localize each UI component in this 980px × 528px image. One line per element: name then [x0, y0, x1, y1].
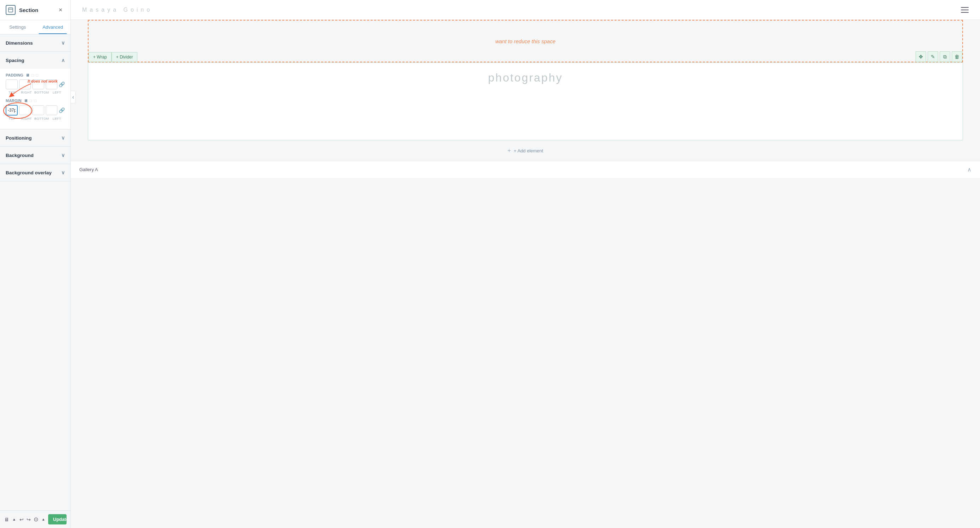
margin-desktop-icon: 🖥: [24, 99, 28, 103]
margin-inputs: 🔗: [6, 105, 65, 115]
dimensions-chevron: ∨: [61, 40, 65, 46]
padding-bottom-input[interactable]: [32, 80, 44, 89]
update-button[interactable]: Update ▲: [48, 514, 67, 525]
margin-left-input[interactable]: [46, 105, 58, 115]
background-section: Background ∨: [0, 147, 70, 164]
pad-top-label: TOP: [6, 91, 19, 94]
svg-rect-0: [8, 8, 13, 12]
collapse-sidebar-btn[interactable]: ‹: [71, 91, 76, 104]
spacing-label: Spacing: [6, 58, 24, 63]
padding-label: Padding 🖥 □ □: [6, 73, 65, 77]
photography-section: photography: [88, 62, 963, 140]
photography-section-wrapper: photography: [71, 62, 980, 140]
panel-title: Section: [19, 7, 38, 13]
padding-inputs: 🔗: [6, 80, 65, 89]
background-overlay-header[interactable]: Background overlay ∨: [0, 164, 70, 181]
padding-link-icon[interactable]: 🔗: [59, 81, 65, 87]
gallery-footer: Gallery A ∧: [71, 161, 980, 178]
copy-icon-btn[interactable]: ⧉: [940, 51, 950, 62]
margin-top-wrapper: [6, 105, 18, 115]
camera-btn[interactable]: ⊙: [33, 515, 39, 525]
divider-button[interactable]: + Divider: [111, 52, 138, 62]
wrap-button[interactable]: + Wrap: [89, 52, 111, 62]
margin-link-icon[interactable]: 🔗: [59, 107, 65, 113]
background-overlay-label: Background overlay: [6, 170, 52, 175]
positioning-chevron: ∨: [61, 135, 65, 141]
pad-icon2: □: [36, 73, 38, 77]
padding-input-labels: TOP RIGHT BOTTOM LEFT: [6, 91, 65, 94]
photography-text: photography: [488, 71, 563, 85]
padding-section: Padding 🖥 □ □ 🔗 TOP RIGHT BOTTOM LEFT: [6, 73, 65, 94]
section-toolbar-left: + Wrap + Divider: [89, 52, 137, 62]
padding-top-input[interactable]: [6, 80, 18, 89]
margin-icon2: □: [34, 99, 37, 103]
left-panel: Section × Settings Advanced Dimensions ∨…: [0, 0, 71, 528]
add-element-label: + Add element: [514, 148, 543, 153]
add-element-plus: +: [508, 147, 511, 154]
want-to-reduce-text: want to reduce this space: [495, 38, 555, 44]
redo-btn[interactable]: ↪: [26, 515, 32, 525]
margin-right-input[interactable]: [19, 105, 31, 115]
margin-left-label: LEFT: [50, 117, 64, 120]
pad-left-label: LEFT: [50, 91, 64, 94]
dashed-section: want to reduce this space + Wrap + Divid…: [88, 20, 963, 62]
camera-up-btn[interactable]: ▲: [41, 515, 46, 525]
panel-header-left: Section: [6, 5, 38, 15]
gallery-expand-icon[interactable]: ∧: [967, 166, 972, 173]
padding-left-input[interactable]: [46, 80, 58, 89]
drag-icon-btn[interactable]: ✥: [916, 51, 926, 62]
spacing-chevron: ∧: [61, 57, 65, 63]
desktop-icon: 🖥: [25, 73, 29, 77]
margin-bottom-label: BOTTOM: [34, 117, 49, 120]
background-overlay-chevron: ∨: [61, 170, 65, 175]
margin-input-labels: TOP RIGHT BOTTOM LEFT: [6, 117, 65, 120]
gallery-label: Gallery A: [79, 167, 98, 172]
panel-tabs: Settings Advanced: [0, 20, 70, 34]
dimensions-label: Dimensions: [6, 40, 33, 46]
margin-bottom-input[interactable]: [32, 105, 44, 115]
margin-label: Margin 🖥 □ □: [6, 99, 65, 103]
undo-btn[interactable]: ↩: [19, 515, 24, 525]
margin-icon1: □: [30, 99, 32, 103]
device-up-btn[interactable]: ▲: [12, 515, 17, 525]
padding-right-input[interactable]: [19, 80, 31, 89]
edit-icon-btn[interactable]: ✎: [928, 51, 938, 62]
add-element-bar[interactable]: + + Add element: [71, 140, 980, 161]
margin-top-label: TOP: [6, 117, 19, 120]
delete-icon-btn[interactable]: 🗑: [952, 51, 962, 62]
bottom-bar: 🖥 ▲ ↩ ↪ ⊙ ▲ Update ▲: [0, 510, 71, 528]
dashed-section-wrapper: want to reduce this space + Wrap + Divid…: [71, 20, 980, 62]
positioning-section: Positioning ∨: [0, 129, 70, 147]
positioning-label: Positioning: [6, 136, 32, 141]
hamburger-menu[interactable]: [961, 7, 969, 13]
site-name: Masaya Goino: [82, 7, 153, 13]
pad-right-label: RIGHT: [20, 91, 33, 94]
spacing-body: Padding 🖥 □ □ 🔗 TOP RIGHT BOTTOM LEFT: [0, 69, 70, 129]
positioning-header[interactable]: Positioning ∨: [0, 129, 70, 146]
top-nav: Masaya Goino: [71, 0, 980, 20]
margin-right-label: RIGHT: [20, 117, 33, 120]
canvas-body: ‹ want to reduce this space + Wrap + Div…: [71, 20, 980, 528]
pad-icon1: □: [32, 73, 34, 77]
spacing-section: Spacing ∧ Padding 🖥 □ □ 🔗: [0, 52, 70, 129]
background-header[interactable]: Background ∨: [0, 147, 70, 164]
pad-bottom-label: BOTTOM: [34, 91, 49, 94]
background-overlay-section: Background overlay ∨: [0, 164, 70, 182]
margin-top-input[interactable]: [6, 105, 18, 115]
background-label: Background: [6, 153, 33, 158]
dimensions-section: Dimensions ∨: [0, 34, 70, 52]
spacing-header[interactable]: Spacing ∧: [0, 52, 70, 69]
device-icon-btn[interactable]: 🖥: [4, 515, 10, 525]
section-toolbar-right: ✥ ✎ ⧉ 🗑: [916, 51, 962, 62]
close-button[interactable]: ×: [56, 6, 65, 14]
main-canvas: Masaya Goino ‹ want to reduce this space…: [71, 0, 980, 528]
background-chevron: ∨: [61, 152, 65, 158]
dimensions-header[interactable]: Dimensions ∨: [0, 34, 70, 51]
section-icon: [6, 5, 16, 15]
update-label: Update: [48, 514, 67, 525]
panel-header: Section ×: [0, 0, 70, 20]
tab-settings[interactable]: Settings: [0, 20, 35, 34]
margin-section: Margin 🖥 □ □ 🔗: [6, 99, 65, 120]
tab-advanced[interactable]: Advanced: [35, 20, 71, 34]
